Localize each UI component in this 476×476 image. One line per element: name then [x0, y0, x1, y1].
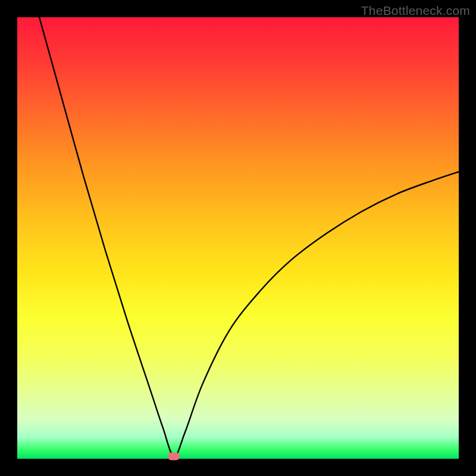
current-config-marker	[168, 453, 180, 461]
watermark-text: TheBottleneck.com	[361, 4, 470, 18]
bottleneck-curve	[17, 17, 459, 459]
chart-plot-area	[17, 17, 459, 459]
